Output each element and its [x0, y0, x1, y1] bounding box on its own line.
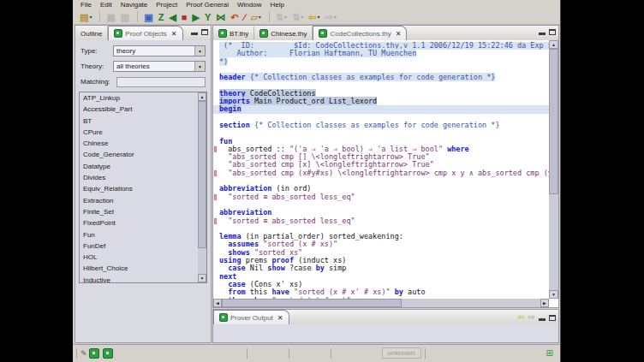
- list-item-inductive[interactable]: Inductive: [80, 275, 198, 283]
- theory-select-value: all theories: [116, 62, 150, 70]
- code-area[interactable]: (* ID: $Id: CodeCollections.thy,v 1.1 20…: [213, 42, 549, 299]
- minimize-icon[interactable]: [191, 33, 198, 35]
- list-item-datatype[interactable]: Datatype: [80, 161, 198, 172]
- undo-step-button[interactable]: ◀: [167, 11, 177, 23]
- scroll-down-icon[interactable]: ▼: [549, 290, 558, 299]
- list-scrollbar[interactable]: ▲ ▼: [198, 92, 206, 282]
- list-item-divides[interactable]: Divides: [80, 172, 198, 183]
- next-step-button[interactable]: ▶: [191, 11, 201, 23]
- new-wizard-button[interactable]: ▤▾: [78, 11, 93, 23]
- code-line[interactable]: case Nil show ?case by simp: [213, 264, 549, 272]
- code-line[interactable]: "abs_sorted cmp (x#y#xs) \<longleftright…: [213, 169, 549, 177]
- chevron-down-icon[interactable]: ▾: [301, 14, 303, 20]
- tab-prover-output[interactable]: Prover Output✕: [213, 310, 289, 324]
- print-button: ▥: [119, 11, 131, 23]
- list-item-finite-set[interactable]: Finite_Set: [80, 206, 198, 217]
- back-arrow-icon[interactable]: ⇦: [517, 313, 524, 322]
- list-item-chinese[interactable]: Chinese: [80, 138, 198, 149]
- chevron-down-icon[interactable]: ▾: [89, 14, 92, 20]
- scroll-left-icon[interactable]: ◀: [213, 299, 222, 307]
- menu-window[interactable]: Window: [233, 1, 265, 9]
- open-folder-button[interactable]: ▱▾: [248, 11, 262, 23]
- code-line[interactable]: imports Main Product_ord List_lexord: [213, 98, 549, 105]
- tab-proof-objects[interactable]: Proof Objects✕: [108, 26, 182, 40]
- editor-vscrollbar[interactable]: ▲ ▼: [549, 40, 558, 299]
- tab-label: Prover Output: [230, 314, 273, 322]
- code-line[interactable]: begin: [213, 105, 549, 113]
- chevron-down-icon[interactable]: ▼: [194, 46, 205, 56]
- menu-file[interactable]: File: [76, 1, 96, 9]
- save-icon: ▦: [106, 12, 115, 22]
- tab-outline[interactable]: Outline: [75, 27, 108, 40]
- theory-file-icon: [219, 313, 228, 322]
- minimize-icon[interactable]: [539, 33, 546, 35]
- code-line[interactable]: Author: Florian Haftmann, TU Muenchen: [213, 50, 549, 57]
- list-item-fundef[interactable]: FunDef: [80, 240, 198, 252]
- menu-project[interactable]: Project: [152, 1, 182, 9]
- code-line[interactable]: [213, 129, 549, 137]
- activate-scripting-icon: ▣: [144, 12, 152, 22]
- chevron-down-icon[interactable]: ▼: [194, 62, 205, 71]
- close-icon[interactable]: ✕: [396, 30, 402, 38]
- retract-file-button[interactable]: ↶: [229, 11, 240, 23]
- scroll-up-icon[interactable]: ▲: [198, 92, 206, 101]
- undo-all-button[interactable]: Z: [157, 11, 166, 23]
- editor-body[interactable]: (* ID: $Id: CodeCollections.thy,v 1.1 20…: [213, 40, 558, 307]
- list-item-hilbert-choice[interactable]: Hilbert_Choice: [80, 263, 198, 274]
- type-select[interactable]: theory ▼: [113, 45, 206, 56]
- code-line[interactable]: "sorted ≡ abs_sorted less_eq": [213, 193, 549, 201]
- process-all-button[interactable]: ⋈: [214, 11, 227, 23]
- minimize-icon[interactable]: [539, 318, 546, 321]
- tab-bt-thy[interactable]: BT.thy: [213, 27, 254, 40]
- chevron-down-icon[interactable]: ▾: [318, 14, 320, 20]
- list-item-hol[interactable]: HOL: [80, 252, 198, 263]
- close-icon[interactable]: ✕: [171, 30, 177, 38]
- maximize-icon[interactable]: [549, 29, 556, 35]
- interrupt-icon: ■: [182, 12, 188, 22]
- prover-output-panel: Prover Output✕ ⇦ ⇨: [212, 309, 559, 343]
- scroll-up-icon[interactable]: ▲: [549, 40, 558, 49]
- editor-vscrollbar-thumb[interactable]: [549, 49, 558, 194]
- list-item-atp-linkup[interactable]: ATP_Linkup: [80, 92, 198, 104]
- chevron-down-icon[interactable]: ▾: [284, 14, 287, 20]
- interrupt-button[interactable]: ■: [180, 11, 189, 23]
- list-item-cpure[interactable]: CPure: [80, 127, 198, 138]
- maximize-icon[interactable]: [201, 29, 208, 35]
- tab-codecollections-thy[interactable]: CodeCollections.thy✕: [313, 26, 407, 40]
- code-line[interactable]: "sorted ≡ abs_sorted less_eq": [213, 217, 549, 225]
- list-item-equiv-relations[interactable]: Equiv_Relations: [80, 183, 198, 194]
- menu-bar: FileEditNavigateProjectProof GeneralWind…: [73, 0, 560, 9]
- code-line[interactable]: header {* Collection classes as examples…: [213, 74, 549, 81]
- editor-hscrollbar[interactable]: ◀ ▶: [213, 299, 549, 307]
- activate-scripting-button[interactable]: ▣: [142, 11, 154, 23]
- scroll-down-icon[interactable]: ▼: [198, 274, 206, 282]
- menu-navigate[interactable]: Navigate: [116, 1, 152, 9]
- list-item-code-generator[interactable]: Code_Generator: [80, 149, 198, 160]
- edit-marker-button[interactable]: ∕: [242, 11, 247, 23]
- tab-label: Chinese.thy: [271, 30, 307, 38]
- maximize-icon[interactable]: [549, 315, 556, 321]
- list-item-accessible-part[interactable]: Accessible_Part: [80, 104, 198, 115]
- progress-status-icon[interactable]: ⊞: [546, 348, 553, 358]
- code-line[interactable]: section {* Collection classes as example…: [213, 122, 549, 129]
- theory-select[interactable]: all theories ▼: [113, 61, 206, 72]
- scroll-right-icon[interactable]: ▶: [540, 299, 549, 307]
- editor-hscrollbar-thumb[interactable]: [222, 299, 402, 307]
- menu-edit[interactable]: Edit: [96, 1, 116, 9]
- code-line[interactable]: *): [213, 58, 549, 66]
- list-scrollbar-thumb[interactable]: [198, 101, 206, 248]
- matching-input[interactable]: [116, 77, 206, 87]
- back-history-button[interactable]: ⇦▾: [307, 11, 321, 23]
- menu-help[interactable]: Help: [265, 1, 288, 9]
- list-item-fun[interactable]: Fun: [80, 229, 198, 240]
- application-window: FileEditNavigateProjectProof GeneralWind…: [73, 0, 561, 362]
- close-icon[interactable]: ✕: [277, 314, 283, 322]
- chevron-down-icon[interactable]: ▾: [259, 14, 261, 20]
- list-item-fixedpoint[interactable]: FixedPoint: [80, 217, 198, 228]
- list-item-extraction[interactable]: Extraction: [80, 195, 198, 206]
- menu-proof-general[interactable]: Proof General: [182, 1, 233, 9]
- goto-button[interactable]: Y: [203, 11, 212, 23]
- chevron-down-icon[interactable]: ▾: [334, 14, 337, 20]
- list-item-bt[interactable]: BT: [80, 116, 198, 127]
- tab-chinese-thy[interactable]: Chinese.thy: [254, 27, 313, 40]
